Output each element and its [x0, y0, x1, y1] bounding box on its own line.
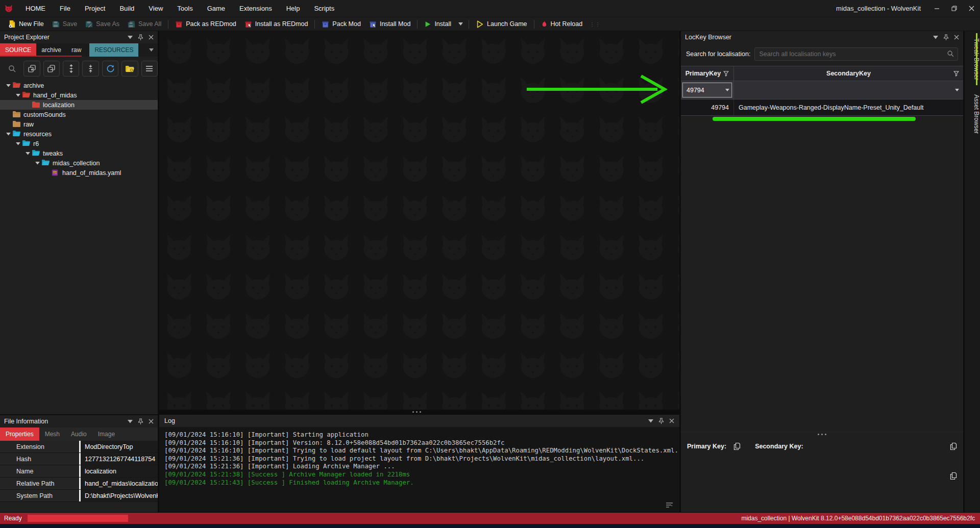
- copy-secondary-value-icon[interactable]: [950, 472, 957, 480]
- save-button[interactable]: Save: [48, 18, 82, 30]
- folder-icon: [12, 111, 20, 119]
- expand-all-button[interactable]: [23, 61, 40, 77]
- tree-item[interactable]: archive: [0, 81, 158, 90]
- tree-item[interactable]: raw: [0, 119, 158, 129]
- install-as-redmod-button[interactable]: Install as REDmod: [240, 18, 312, 30]
- file-information-table: Extension ModDirectoryTop Hash 127713212…: [0, 441, 158, 502]
- tab-properties[interactable]: Properties: [0, 428, 39, 441]
- filter-icon[interactable]: [723, 71, 729, 77]
- chevron-down-icon[interactable]: [955, 89, 959, 91]
- table-row: Name localization: [0, 465, 158, 477]
- tree-view-options-button[interactable]: [141, 61, 158, 77]
- menu-extensions[interactable]: Extensions: [232, 0, 279, 17]
- tab-asset-browser[interactable]: Asset Browser: [965, 87, 980, 141]
- lockey-result-row[interactable]: 49794 Gameplay-Weapons-Ranged-DisplayNam…: [681, 99, 963, 115]
- column-header-primarykey[interactable]: PrimaryKey: [685, 70, 721, 77]
- splitter-handle[interactable]: [412, 411, 421, 413]
- expander-icon[interactable]: [33, 161, 41, 165]
- install-mod-button[interactable]: Install Mod: [365, 18, 414, 30]
- copy-primary-key-icon[interactable]: [733, 442, 741, 450]
- menu-build[interactable]: Build: [112, 0, 141, 17]
- pack-redmod-icon: [175, 20, 183, 28]
- property-key: System Path: [0, 490, 81, 501]
- tab-archive[interactable]: archive: [36, 43, 66, 57]
- expander-icon[interactable]: [4, 132, 12, 136]
- expander-icon[interactable]: [23, 152, 32, 155]
- filter-icon[interactable]: [953, 71, 959, 77]
- tab-image[interactable]: Image: [92, 428, 120, 441]
- refresh-button[interactable]: [102, 61, 118, 77]
- tab-tweak-browser[interactable]: Tweak Browser: [965, 31, 980, 87]
- tab-raw[interactable]: raw: [66, 43, 86, 57]
- close-icon[interactable]: [669, 418, 674, 423]
- menu-scripts[interactable]: Scripts: [307, 0, 341, 17]
- hot-reload-flame-icon: [541, 20, 548, 28]
- new-file-button[interactable]: New File: [4, 18, 48, 30]
- install-dropdown-button[interactable]: [455, 22, 466, 26]
- tree-search-button[interactable]: [4, 61, 20, 77]
- expand-children-button[interactable]: [63, 61, 79, 77]
- install-button[interactable]: Install: [420, 18, 455, 30]
- tree-item[interactable]: hand_of_midas.yaml: [0, 168, 158, 178]
- localisation-search-input[interactable]: [754, 47, 958, 61]
- pin-icon[interactable]: [658, 418, 664, 424]
- menu-home[interactable]: HOME: [18, 0, 53, 17]
- pack-mod-button[interactable]: Pack Mod: [317, 18, 365, 30]
- property-key: Extension: [0, 441, 81, 452]
- panel-menu-chevron-icon[interactable]: [128, 36, 133, 39]
- menu-game[interactable]: Game: [200, 0, 232, 17]
- log-output[interactable]: [09/01/2024 15:16:10] [Important] Starti…: [159, 427, 679, 512]
- chevron-down-icon[interactable]: [725, 89, 729, 91]
- menu-view[interactable]: View: [141, 0, 170, 17]
- toolbar-overflow-grip[interactable]: ⋮⋮: [590, 21, 601, 27]
- tab-source[interactable]: SOURCE: [0, 43, 36, 57]
- menu-help[interactable]: Help: [279, 0, 307, 17]
- expander-icon[interactable]: [14, 93, 22, 97]
- open-folder-button[interactable]: [121, 61, 138, 77]
- log-line: [09/01/2024 15:21:36] [Important] Trying…: [164, 455, 679, 463]
- tree-item[interactable]: r6: [0, 139, 158, 148]
- save-as-button[interactable]: Save As: [81, 18, 124, 30]
- tree-item-selected[interactable]: localization: [0, 100, 158, 110]
- primarykey-filter-combobox[interactable]: 49794: [682, 83, 732, 97]
- panel-menu-chevron-icon[interactable]: [933, 36, 938, 39]
- close-icon[interactable]: [149, 35, 154, 40]
- close-icon[interactable]: [149, 419, 154, 424]
- pin-icon[interactable]: [138, 34, 143, 41]
- word-wrap-icon[interactable]: [666, 502, 673, 508]
- pin-icon[interactable]: [138, 418, 143, 425]
- tab-overflow-chevron-icon[interactable]: [149, 43, 158, 57]
- menu-project[interactable]: Project: [78, 0, 112, 17]
- save-all-button[interactable]: Save All: [124, 18, 165, 30]
- launch-game-button[interactable]: Launch Game: [472, 18, 531, 30]
- panel-menu-chevron-icon[interactable]: [128, 420, 133, 423]
- search-icon[interactable]: [947, 50, 954, 58]
- tab-audio[interactable]: Audio: [65, 428, 92, 441]
- tree-item[interactable]: resources: [0, 129, 158, 139]
- close-icon[interactable]: [954, 35, 959, 40]
- tree-item[interactable]: customSounds: [0, 110, 158, 119]
- tab-mesh[interactable]: Mesh: [39, 428, 65, 441]
- file-information-header: File Information: [0, 415, 158, 428]
- tree-item[interactable]: tweaks: [0, 148, 158, 158]
- copy-secondary-key-icon[interactable]: [950, 442, 957, 450]
- expander-icon[interactable]: [14, 142, 22, 145]
- panel-menu-chevron-icon[interactable]: [648, 419, 653, 423]
- expander-icon[interactable]: [4, 84, 12, 87]
- menu-tools[interactable]: Tools: [170, 0, 200, 17]
- hot-reload-button[interactable]: Hot Reload: [537, 18, 587, 30]
- tab-resources[interactable]: RESOURCES: [89, 43, 138, 57]
- collapse-all-button[interactable]: [43, 61, 60, 77]
- menu-file[interactable]: File: [53, 0, 78, 17]
- tree-item[interactable]: midas_collection: [0, 158, 158, 168]
- pin-icon[interactable]: [943, 34, 949, 41]
- restore-button[interactable]: [945, 0, 963, 17]
- minimize-button[interactable]: [928, 0, 945, 17]
- close-window-button[interactable]: [963, 0, 980, 17]
- log-line: [09/01/2024 15:16:10] [Important] Starti…: [164, 431, 679, 439]
- pack-as-redmod-button[interactable]: Pack as REDmod: [171, 18, 240, 30]
- tree-item[interactable]: hand_of_midas: [0, 90, 158, 100]
- column-header-secondarykey[interactable]: SecondaryKey: [826, 70, 871, 77]
- secondarykey-filter-combobox[interactable]: [734, 81, 963, 99]
- collapse-children-button[interactable]: [82, 61, 99, 77]
